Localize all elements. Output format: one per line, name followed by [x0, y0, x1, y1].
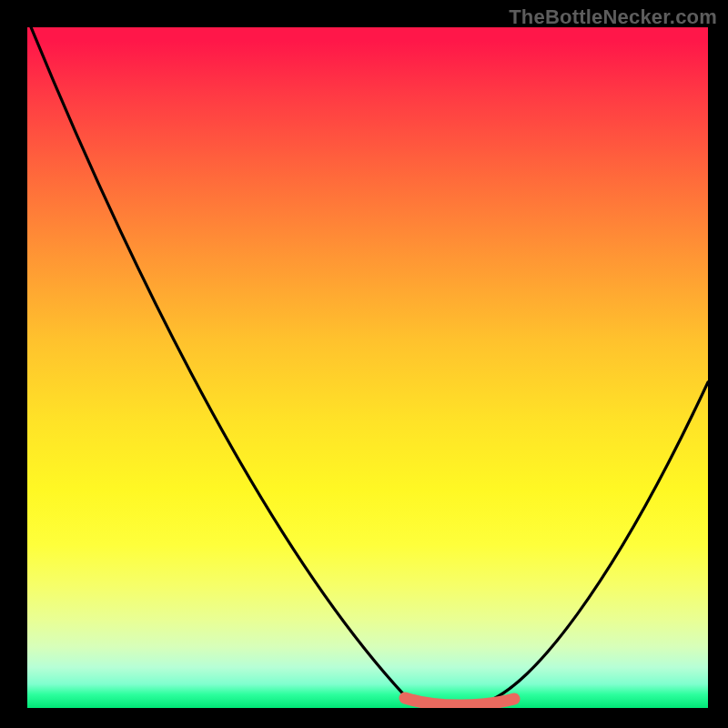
plot-area [27, 27, 708, 708]
curve-path [27, 27, 708, 706]
watermark-text: TheBottleNecker.com [509, 5, 717, 29]
chart-container: TheBottleNecker.com [0, 0, 728, 728]
bottleneck-curve [27, 27, 708, 708]
bottom-highlight [405, 698, 514, 705]
